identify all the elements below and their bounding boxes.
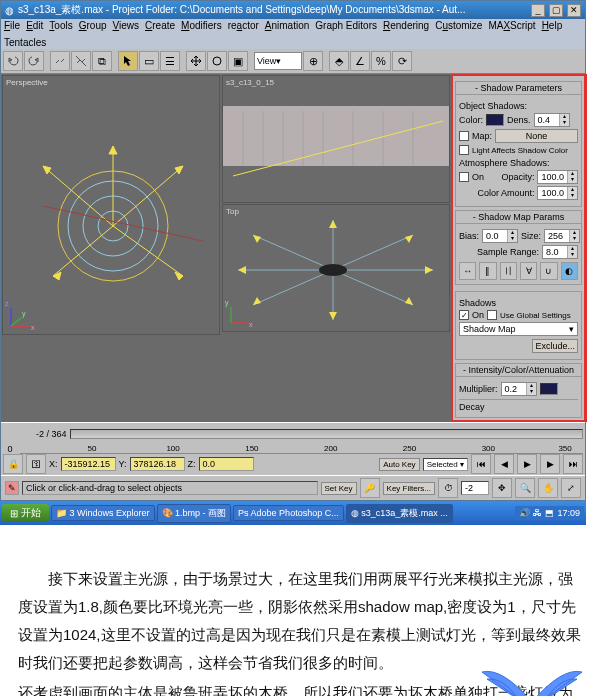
percent-snap-button[interactable]: % [371,51,391,71]
time-slider[interactable] [70,429,583,439]
light-affects-checkbox[interactable] [459,145,469,155]
task-paint[interactable]: 🎨 1.bmp - 画图 [157,504,232,523]
exclude-button[interactable]: Exclude... [532,339,578,353]
multiplier-spinner[interactable]: 0.2▴▾ [501,382,537,396]
menu-views[interactable]: Views [113,20,140,31]
viewport-label: s3_c13_0_15 [226,78,274,87]
keyfilters-button[interactable]: Key Filters... [383,482,435,495]
rollout-shadow-map[interactable]: - Shadow Map Params [455,210,582,224]
size-spinner[interactable]: 256▴▾ [544,229,580,243]
menu-rendering[interactable]: Rendering [383,20,429,31]
setkey-button[interactable]: Set Key [321,482,357,495]
key-big-icon[interactable]: 🔑 [360,478,380,498]
prev-frame-button[interactable]: ◀ [494,454,514,474]
shadow-color-swatch[interactable] [486,114,504,126]
bind-button[interactable]: ⧉ [92,51,112,71]
dens-spinner[interactable]: 0.4▴▾ [534,113,570,127]
status-prompt: Click or click-and-drag to select object… [22,481,318,495]
menu-tentacles[interactable]: Tentacles [4,37,46,48]
nav2-icon[interactable]: 🔍 [515,478,535,498]
maximize-button[interactable]: ▢ [549,4,563,17]
viewport-perspective[interactable]: Perspective [2,75,220,335]
link-button[interactable] [50,51,70,71]
select-button[interactable] [118,51,138,71]
z-coord[interactable]: 0.0 [199,457,254,471]
shadow-type-dropdown[interactable]: Shadow Map▾ [459,322,578,336]
task-photoshop[interactable]: Ps Adobe Photoshop C... [233,505,344,521]
move-button[interactable] [186,51,206,71]
menu-file[interactable]: File [4,20,20,31]
current-frame[interactable]: -2 [461,481,489,495]
scale-button[interactable]: ▣ [228,51,248,71]
antialias-icon[interactable]: ∀ [520,262,537,280]
tray-icon[interactable]: 🔊 [519,508,530,518]
render-icon[interactable]: ◐ [561,262,578,280]
light-color-swatch[interactable] [540,383,558,395]
two-sided-icon[interactable]: 〢 [500,262,517,280]
selected-dropdown[interactable]: Selected ▾ [423,458,468,471]
next-frame-button[interactable]: ▶ [540,454,560,474]
menu-group[interactable]: Group [79,20,107,31]
svg-point-0 [213,57,221,65]
pause-icon[interactable]: ‖ [479,262,496,280]
atmo-on-checkbox[interactable] [459,172,469,182]
opacity-spinner[interactable]: 100.0▴▾ [537,170,578,184]
angle-snap-button[interactable]: ∠ [350,51,370,71]
play-button[interactable]: ▶ [517,454,537,474]
bias-spinner[interactable]: 0.0▴▾ [482,229,518,243]
nav3-icon[interactable]: ✋ [538,478,558,498]
y-coord[interactable]: 378126.18 [130,457,185,471]
color-amount-spinner[interactable]: 100.0▴▾ [537,186,578,200]
menu-customize[interactable]: Customize [435,20,482,31]
system-tray[interactable]: 🔊 🖧 ⬒ 17:09 [515,506,584,520]
select-name-button[interactable]: ☰ [160,51,180,71]
menu-graph[interactable]: Graph Editors [315,20,377,31]
menu-modifiers[interactable]: Modifiers [181,20,222,31]
tray-icon[interactable]: ⬒ [545,508,554,518]
snap-button[interactable]: ⬘ [329,51,349,71]
shadows-on-checkbox[interactable]: ✓ [459,310,469,320]
sample-range-spinner[interactable]: 8.0▴▾ [542,245,578,259]
spinner-snap-button[interactable]: ⟳ [392,51,412,71]
dens-label: Dens. [507,115,531,125]
nav1-icon[interactable]: ✥ [492,478,512,498]
next-key-button[interactable]: ⏭ [563,454,583,474]
lock-icon[interactable]: 🔒 [3,454,23,474]
menu-animation[interactable]: Animation [265,20,309,31]
unlink-button[interactable] [71,51,91,71]
menu-edit[interactable]: Edit [26,20,43,31]
map-button[interactable]: None [495,129,578,143]
autokey-button[interactable]: Auto Key [379,458,419,471]
undo-button[interactable] [3,51,23,71]
abs-map-bias-icon[interactable]: ↔ [459,262,476,280]
minimize-button[interactable]: _ [531,4,545,17]
viewport-camera[interactable]: s3_c13_0_15 [222,75,450,203]
coord-dropdown[interactable]: View ▾ [254,52,302,70]
rollout-shadow-params[interactable]: - Shadow Parameters [455,81,582,95]
x-coord[interactable]: -315912.15 [61,457,116,471]
nav4-icon[interactable]: ⤢ [561,478,581,498]
start-button[interactable]: ⊞开始 [2,504,49,522]
task-3dsmax[interactable]: ◍ s3_c13a_素模.max ... [346,504,453,523]
menu-create[interactable]: Create [145,20,175,31]
close-button[interactable]: ✕ [567,4,581,17]
prev-key-button[interactable]: ⏮ [471,454,491,474]
menu-tools[interactable]: Tools [49,20,72,31]
map-checkbox[interactable] [459,131,469,141]
listener-icon[interactable]: ✎ [5,481,19,495]
tray-icon[interactable]: 🖧 [533,508,542,518]
menu-reactor[interactable]: reactor [228,20,259,31]
viewport-top[interactable]: Top y [222,204,450,332]
use-global-checkbox[interactable] [487,310,497,320]
menu-maxscript[interactable]: MAXScript [488,20,535,31]
rollout-intensity[interactable]: - Intensity/Color/Attenuation [455,363,582,377]
time-config-icon[interactable]: ⏱ [438,478,458,498]
task-explorer[interactable]: 📁 3 Windows Explorer [51,505,155,521]
select-region-button[interactable]: ▭ [139,51,159,71]
pivot-button[interactable]: ⊕ [303,51,323,71]
key-mode-icon[interactable]: ⚿ [26,454,46,474]
redo-button[interactable] [24,51,44,71]
jitter-icon[interactable]: ∪ [540,262,557,280]
rotate-button[interactable] [207,51,227,71]
menu-help[interactable]: Help [542,20,563,31]
